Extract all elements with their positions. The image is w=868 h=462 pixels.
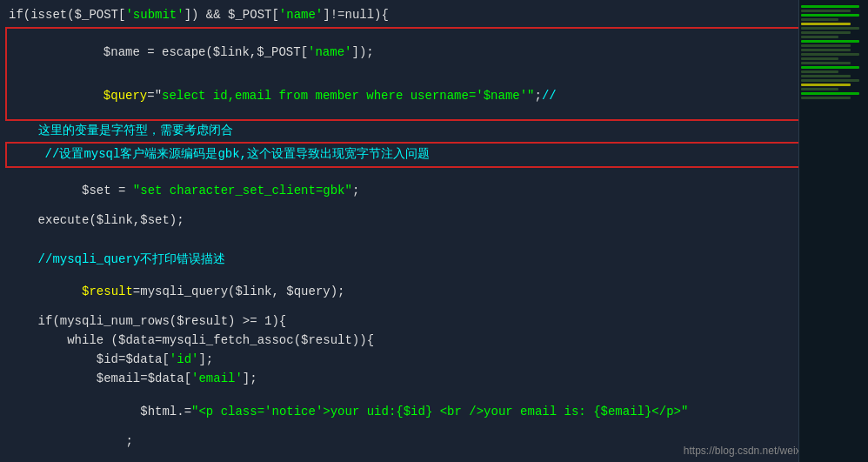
code-line-14: $email=$data['email']; bbox=[0, 371, 868, 390]
highlight-box-name-query: $name = escape($link,$_POST['name']); $q… bbox=[5, 27, 863, 121]
code-line-12: while ($data=mysqli_fetch_assoc($result)… bbox=[0, 332, 868, 352]
code-line-6: $set = "set character_set_client=gbk"; bbox=[0, 169, 868, 212]
highlight-box-gbk: //设置mysql客户端来源编码是gbk,这个设置导致出现宽字节注入问题 bbox=[5, 142, 863, 168]
code-line-15: $html.="<p class='notice'>your uid:{$id}… bbox=[0, 390, 868, 433]
code-line-blank-1 bbox=[0, 231, 868, 251]
code-line-3: $query="select id,email from member wher… bbox=[7, 74, 861, 117]
code-container: if(isset($_POST['submit']) && $_POST['na… bbox=[0, 0, 868, 462]
minimap-content bbox=[799, 0, 865, 462]
code-line-2: $name = escape($link,$_POST['name']); bbox=[7, 30, 861, 74]
code-line-7: execute($link,$set); bbox=[0, 212, 868, 231]
sidebar-minimap bbox=[798, 0, 868, 462]
code-line-1: if(isset($_POST['submit']) && $_POST['na… bbox=[0, 7, 868, 26]
code-line-9: //mysqli_query不打印错误描述 bbox=[0, 251, 868, 270]
code-line-11: if(mysqli_num_rows($result) >= 1){ bbox=[0, 313, 868, 332]
code-line-5: //设置mysql客户端来源编码是gbk,这个设置导致出现宽字节注入问题 bbox=[7, 145, 861, 164]
code-line-10: $result=mysqli_query($link, $query); bbox=[0, 270, 868, 313]
code-line-13: $id=$data['id']; bbox=[0, 352, 868, 371]
code-line-4: 这里的变量是字符型，需要考虑闭合 bbox=[0, 122, 868, 141]
